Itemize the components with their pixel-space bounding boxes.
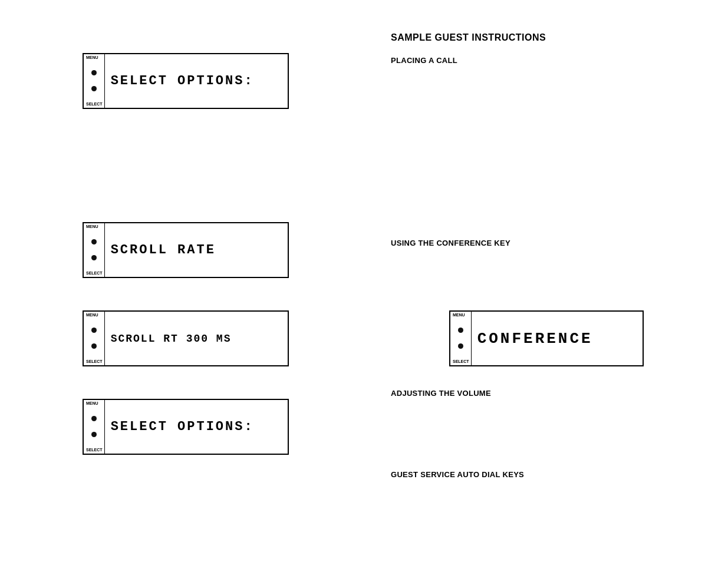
lcd-left-panel-2: MENU SELECT (84, 223, 105, 277)
menu-label-1: MENU (86, 55, 98, 59)
lcd-display-2: SCROLL RATE (105, 223, 288, 277)
menu-label-3: MENU (86, 313, 98, 317)
select-label-4: SELECT (86, 448, 103, 452)
lcd-dot-bottom-1 (91, 86, 97, 91)
lcd-text-1: SELECT OPTIONS: (111, 74, 254, 88)
lcd-widget-1: MENU SELECT SELECT OPTIONS: (83, 53, 289, 109)
lcd-text-2: SCROLL RATE (111, 243, 216, 257)
placing-a-call-heading: PLACING A CALL (391, 56, 457, 65)
lcd-left-panel-1: MENU SELECT (84, 54, 105, 108)
guest-service-heading: GUEST SERVICE AUTO DIAL KEYS (391, 470, 524, 479)
lcd-dot-top-2 (91, 239, 97, 244)
lcd-left-panel-5: MENU SELECT (450, 312, 472, 365)
lcd-widget-4: MENU SELECT SELECT OPTIONS: (83, 399, 289, 455)
menu-label-4: MENU (86, 401, 98, 405)
select-label-5: SELECT (453, 359, 469, 363)
lcd-text-4: SELECT OPTIONS: (111, 419, 254, 434)
lcd-display-3: SCROLL RT 300 MS (105, 312, 288, 365)
sample-guest-instructions-heading: SAMPLE GUEST INSTRUCTIONS (391, 32, 546, 43)
select-label-2: SELECT (86, 271, 103, 275)
lcd-dot-top-3 (91, 328, 97, 333)
lcd-dot-bottom-3 (91, 343, 97, 349)
lcd-text-3: SCROLL RT 300 MS (111, 333, 232, 345)
lcd-left-panel-3: MENU SELECT (84, 312, 105, 365)
menu-label-5: MENU (453, 313, 465, 317)
lcd-widget-2: MENU SELECT SCROLL RATE (83, 222, 289, 278)
lcd-dot-bottom-5 (458, 343, 463, 349)
lcd-display-5: CONFERENCE (472, 312, 643, 365)
lcd-display-4: SELECT OPTIONS: (105, 400, 288, 454)
lcd-text-5: CONFERENCE (477, 330, 593, 348)
using-conference-key-heading: USING THE CONFERENCE KEY (391, 239, 510, 247)
select-label-3: SELECT (86, 359, 103, 363)
lcd-dot-bottom-4 (91, 432, 97, 437)
lcd-display-1: SELECT OPTIONS: (105, 54, 288, 108)
adjusting-volume-heading: ADJUSTING THE VOLUME (391, 389, 491, 398)
lcd-dot-top-1 (91, 70, 97, 75)
lcd-dot-top-4 (91, 416, 97, 421)
select-label-1: SELECT (86, 102, 103, 106)
lcd-dot-bottom-2 (91, 255, 97, 260)
page: MENU SELECT SELECT OPTIONS: MENU SELECT … (0, 0, 728, 562)
lcd-left-panel-4: MENU SELECT (84, 400, 105, 454)
lcd-widget-3: MENU SELECT SCROLL RT 300 MS (83, 310, 289, 366)
menu-label-2: MENU (86, 224, 98, 229)
lcd-dot-top-5 (458, 328, 463, 333)
lcd-widget-5: MENU SELECT CONFERENCE (449, 310, 644, 366)
